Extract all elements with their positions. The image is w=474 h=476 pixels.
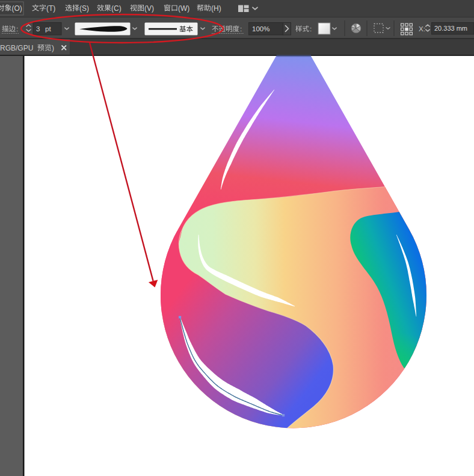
svg-text:RGB/GPU: RGB/GPU — [0, 44, 33, 52]
svg-text:(V): (V) — [144, 4, 154, 13]
svg-text:(O): (O) — [12, 4, 22, 13]
svg-text:X:: X: — [419, 25, 425, 32]
svg-text:(C): (C) — [111, 4, 122, 13]
svg-text:(H): (H) — [211, 4, 221, 13]
svg-text:100%: 100% — [252, 25, 269, 32]
svg-text:(T): (T) — [46, 4, 55, 13]
svg-text:(S): (S) — [79, 4, 89, 13]
svg-text:): ) — [52, 44, 54, 52]
svg-text:20.333 mm: 20.333 mm — [434, 25, 467, 32]
svg-text:3: 3 — [36, 25, 40, 32]
svg-text::: : — [16, 25, 18, 32]
svg-text::: : — [310, 25, 312, 32]
svg-text:(W): (W) — [178, 4, 189, 13]
svg-text::: : — [240, 25, 242, 32]
svg-text:pt: pt — [45, 25, 51, 32]
